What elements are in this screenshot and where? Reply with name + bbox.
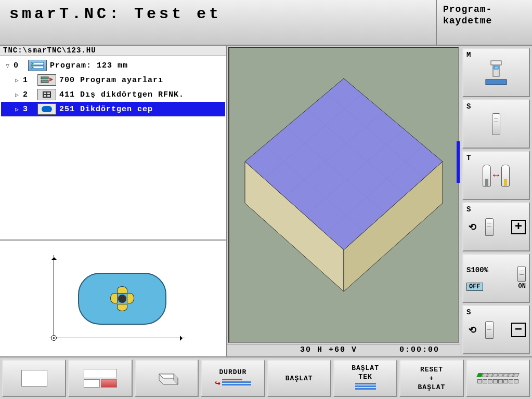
s-spindle-button[interactable]: S — [462, 99, 530, 149]
softkey-baslat[interactable]: BAŞLAT — [267, 360, 331, 397]
mode-label: Program- kaydetme — [436, 0, 532, 45]
svg-point-2 — [32, 63, 34, 64]
view-angle: 30 H +60 V — [300, 345, 357, 355]
softkey-view-single[interactable] — [2, 360, 66, 397]
off-toggle[interactable]: OFF — [466, 283, 483, 291]
settings-icon — [37, 74, 56, 86]
softkey-view-split[interactable] — [68, 360, 132, 397]
softkey-label: BAŞLAT — [352, 364, 379, 372]
left-column: TNC:\smarTNC\123.HU ▽ 0 Program: 123 mm … — [0, 46, 227, 356]
pager-icon — [477, 373, 518, 383]
row-number: 1 — [22, 76, 37, 85]
tree-row-2[interactable]: ▷ 2 411 Dış dikdörtgen RFNK. — [1, 87, 225, 102]
softkey-reset-baslat[interactable]: RESET + BAŞLAT — [399, 360, 463, 397]
step-icon — [355, 383, 376, 392]
svg-rect-19 — [491, 61, 501, 65]
cutter-icon — [111, 287, 134, 310]
softkey-view-3d[interactable] — [135, 360, 199, 397]
svg-rect-17 — [486, 79, 507, 85]
t-tool-button[interactable]: T ↔ — [462, 151, 530, 200]
expander-icon[interactable]: ▷ — [12, 91, 22, 98]
right-sidebar: M S T ↔ S ⟲ + — [460, 46, 532, 356]
row-label: Program: 123 mm — [50, 61, 128, 70]
svg-rect-4 — [41, 77, 48, 79]
program-icon — [28, 60, 47, 71]
single-view-icon — [21, 370, 47, 387]
on-label: ON — [518, 283, 526, 291]
svg-rect-5 — [41, 81, 48, 83]
tree-row-1[interactable]: ▷ 1 700 Program ayarları — [1, 73, 225, 87]
viewport-status: 30 H +60 V 0:00:00 — [227, 344, 460, 356]
axes-diagram — [49, 251, 190, 344]
row-label: 700 Program ayarları — [59, 76, 163, 85]
tree-row-3[interactable]: ▷ 3 251 Dikdörtgen cep — [1, 102, 225, 116]
pocket-shape — [78, 273, 166, 325]
scrollbar-thumb[interactable] — [457, 141, 460, 183]
pocket-icon — [37, 103, 56, 115]
softkey-label: TEK — [358, 373, 372, 381]
spindle-icon — [485, 218, 494, 236]
tree-row-0[interactable]: ▽ 0 Program: 123 mm — [1, 58, 225, 73]
spindle-icon — [485, 321, 494, 339]
row-number: 2 — [22, 90, 37, 99]
softkey-label: DURDUR — [219, 368, 246, 376]
expander-icon[interactable]: ▷ — [12, 106, 22, 113]
spindle-icon — [517, 266, 526, 282]
spindle-icon — [492, 113, 500, 135]
row-number: 3 — [22, 105, 37, 114]
mill-machine-icon — [484, 60, 509, 86]
softkey-durdur[interactable]: DURDUR — [201, 360, 265, 397]
svg-point-3 — [32, 66, 34, 68]
row-label: 411 Dış dikdörtgen RFNK. — [59, 90, 184, 99]
main-area: TNC:\smarTNC\123.HU ▽ 0 Program: 123 mm … — [0, 46, 532, 356]
origin-icon — [51, 335, 57, 341]
plus-icon: + — [511, 220, 526, 234]
s100-button[interactable]: S100% OFF ON — [462, 254, 530, 303]
expander-icon[interactable]: ▷ — [12, 77, 22, 84]
softkey-label: RESET — [420, 366, 443, 374]
box3d-icon — [153, 370, 180, 387]
softkey-label: + — [430, 375, 434, 382]
row-number: 0 — [12, 61, 28, 70]
tool-swap-icon: ↔ — [483, 165, 510, 187]
program-tree: ▽ 0 Program: 123 mm ▷ 1 700 Program ayar… — [0, 56, 226, 240]
y-axis-icon — [54, 255, 54, 338]
s-plus-button[interactable]: S ⟲ + — [462, 202, 530, 251]
cycle-preview — [0, 240, 226, 356]
m-button[interactable]: M — [462, 48, 530, 97]
split-view-icon — [84, 369, 117, 388]
file-path: TNC:\smarTNC\123.HU — [0, 46, 226, 56]
svg-rect-20 — [494, 66, 498, 69]
minus-icon: − — [511, 323, 526, 337]
stop-icon — [215, 377, 251, 389]
softkey-baslat-tek[interactable]: BAŞLAT TEK — [333, 360, 397, 397]
3d-viewport[interactable] — [228, 47, 459, 343]
row-label: 251 Dikdörtgen cep — [59, 105, 153, 114]
workpiece-3d — [235, 58, 453, 307]
sim-time: 0:00:00 — [399, 345, 439, 355]
grid-icon — [37, 89, 56, 100]
header-bar: smarT.NC: Test et Program- kaydetme — [0, 0, 532, 46]
softkey-bar: DURDUR BAŞLAT BAŞLAT TEK RESET + BAŞLAT — [0, 356, 532, 399]
expander-icon[interactable]: ▽ — [3, 62, 12, 69]
app-title: smarT.NC: Test et — [0, 0, 436, 45]
s-minus-button[interactable]: S ⟲ − — [462, 305, 530, 354]
softkey-pager[interactable] — [466, 360, 530, 397]
softkey-label: BAŞLAT — [418, 383, 446, 391]
softkey-label: BAŞLAT — [286, 375, 313, 382]
x-axis-icon — [49, 338, 185, 338]
center-column: 30 H +60 V 0:00:00 — [227, 46, 460, 356]
